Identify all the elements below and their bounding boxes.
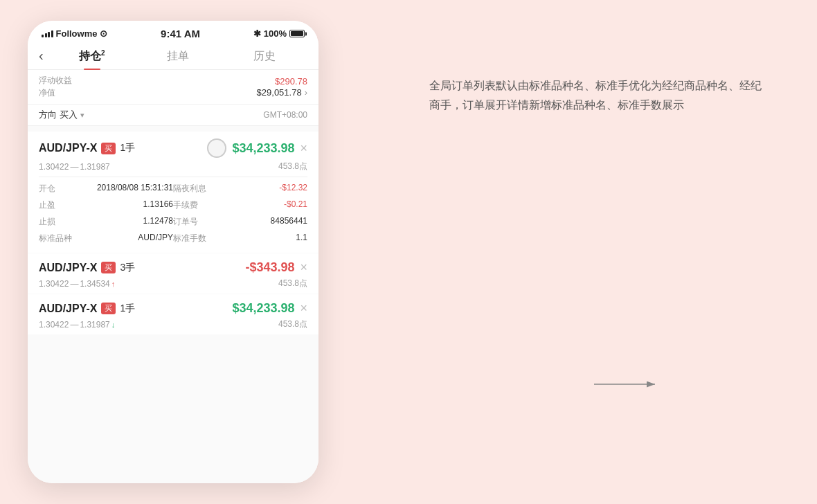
signal-icon: [42, 30, 53, 37]
direction-label: 方向: [39, 109, 57, 121]
timezone: GMT+08:00: [263, 110, 307, 120]
order-badge-3: 买: [101, 303, 116, 314]
order-badge-2: 买: [101, 262, 116, 273]
nav-tabs: ‹ 持仓2 挂单 历史: [28, 42, 318, 70]
filter-chevron-icon: ▾: [80, 111, 84, 120]
order-price-3: $34,233.98: [232, 301, 294, 316]
order-symbol-row-1: AUD/JPY-X 买 1手: [39, 142, 135, 154]
order-card-3: AUD/JPY-X 买 1手 $34,233.98 × 1.30422 — 1.…: [28, 294, 318, 334]
detail-open-time: 开仓 2018/08/08 15:31:31: [39, 181, 173, 196]
fee-value: -$0.21: [284, 199, 307, 211]
fee-label: 手续费: [173, 199, 198, 211]
stop-profit-label: 止盈: [39, 199, 55, 211]
detail-std-lots: 标准手数 1.1: [173, 231, 307, 246]
order-range-1: 1.30422 — 1.31987: [39, 161, 110, 172]
net-value: $29,051.78: [257, 87, 302, 98]
status-left: Followme ⊙: [42, 28, 107, 39]
filter-left: 方向 买入 ▾: [39, 109, 84, 121]
detail-fee: 手续费 -$0.21: [173, 198, 307, 213]
order-close-btn-2[interactable]: ×: [300, 260, 307, 275]
stop-loss-value: 1.12478: [143, 216, 173, 228]
back-button[interactable]: ‹: [39, 42, 49, 69]
std-symbol-label: 标准品种: [39, 233, 72, 244]
stop-loss-label: 止损: [39, 216, 55, 228]
stop-profit-value: 1.13166: [143, 199, 173, 211]
order-card-1: AUD/JPY-X 买 1手 $34,233.98 × 1.30422 — 1.…: [28, 132, 318, 253]
summary-bar: 浮动收益 净值 $290.78 $29,051.78 ›: [28, 70, 318, 105]
std-symbol-value: AUD/JPY: [138, 233, 173, 244]
order-sub-3: 1.30422 — 1.31987 ↓ 453.8点: [28, 318, 318, 334]
battery-percent: 100%: [264, 28, 287, 39]
overnight-label: 隔夜利息: [173, 183, 206, 195]
order-lots-2: 3手: [120, 262, 135, 274]
detail-order-no: 订单号 84856441: [173, 215, 307, 229]
carrier-name: Followme: [56, 28, 98, 39]
chevron-down-icon[interactable]: ›: [305, 87, 307, 98]
orders-list: AUD/JPY-X 买 1手 $34,233.98 × 1.30422 — 1.…: [28, 126, 318, 483]
order-card-2: AUD/JPY-X 买 3手 -$343.98 × 1.30422 — 1.34…: [28, 253, 318, 294]
range-to-3: 1.31987: [80, 320, 109, 330]
battery-icon: [289, 30, 305, 37]
order-lots-1: 1手: [120, 142, 135, 154]
detail-overnight: 隔夜利息 -$12.32: [173, 181, 307, 196]
order-sub-1: 1.30422 — 1.31987 453.8点: [28, 161, 318, 177]
order-symbol-row-3: AUD/JPY-X 买 1手: [39, 303, 135, 315]
detail-std-symbol: 标准品种 AUD/JPY: [39, 231, 173, 246]
order-range-3: 1.30422 — 1.31987 ↓: [39, 318, 115, 330]
std-lots-label: 标准手数: [173, 233, 206, 244]
order-points-3: 453.8点: [278, 318, 307, 330]
arrow-up-icon: ↑: [111, 280, 116, 288]
detail-stop-loss: 止损 1.12478: [39, 215, 173, 229]
status-time: 9:41 AM: [161, 28, 200, 39]
order-symbol-3: AUD/JPY-X: [39, 303, 97, 315]
summary-right: $290.78 $29,051.78 ›: [257, 76, 307, 98]
range-from-2: 1.30422: [39, 279, 69, 289]
order-no-label: 订单号: [173, 216, 198, 228]
float-label: 浮动收益: [39, 75, 72, 87]
direction-value[interactable]: 买入: [60, 109, 78, 121]
range-to-2: 1.34534: [80, 279, 109, 289]
tab-position[interactable]: 持仓2: [49, 42, 135, 69]
order-no-value: 84856441: [271, 216, 307, 228]
std-lots-value: 1.1: [296, 233, 307, 244]
bluetooth-icon: ✱: [253, 28, 261, 39]
order-main-2: AUD/JPY-X 买 3手 -$343.98 ×: [28, 253, 318, 278]
net-label: 净值: [39, 87, 72, 99]
order-sub-2: 1.30422 — 1.34534 ↑ 453.8点: [28, 278, 318, 294]
annotation-text: 全局订单列表默认由标准品种名、标准手优化为经纪商品种名、经纪商手，订单展开详情新…: [429, 76, 769, 115]
order-points-1: 453.8点: [278, 161, 307, 172]
range-to-1: 1.31987: [80, 162, 109, 172]
arrow-down-icon: ↓: [111, 321, 116, 329]
order-badge-1: 买: [101, 143, 116, 154]
battery-fill: [291, 31, 303, 36]
order-symbol-row-2: AUD/JPY-X 买 3手: [39, 262, 135, 274]
range-from-1: 1.30422: [39, 162, 69, 172]
position-count: 2: [101, 49, 105, 57]
tab-pending[interactable]: 挂单: [135, 42, 221, 69]
order-price-2: -$343.98: [245, 260, 294, 275]
order-detail-1: 开仓 2018/08/08 15:31:31 隔夜利息 -$12.32 止盈 1…: [28, 177, 318, 253]
main-layout: Followme ⊙ 9:41 AM ✱ 100% ‹ 持仓2 挂单 历史: [28, 21, 789, 483]
arrow-connector: [594, 374, 663, 395]
status-bar: Followme ⊙ 9:41 AM ✱ 100%: [28, 21, 318, 42]
summary-left: 浮动收益 净值: [39, 75, 72, 99]
tab-history[interactable]: 历史: [222, 42, 307, 69]
right-annotation: 全局订单列表默认由标准品种名、标准手优化为经纪商品种名、经纪商手，订单展开详情新…: [388, 21, 789, 115]
order-main-1: AUD/JPY-X 买 1手 $34,233.98 ×: [28, 132, 318, 161]
order-selector-1[interactable]: [207, 138, 226, 158]
order-close-btn-3[interactable]: ×: [300, 301, 307, 316]
float-value: $290.78: [275, 76, 307, 87]
wifi-icon: ⊙: [100, 28, 107, 39]
order-lots-3: 1手: [120, 303, 135, 315]
order-points-2: 453.8点: [278, 278, 307, 289]
status-right: ✱ 100%: [253, 28, 305, 39]
order-symbol-2: AUD/JPY-X: [39, 262, 97, 274]
overnight-value: -$12.32: [279, 183, 307, 195]
filter-bar: 方向 买入 ▾ GMT+08:00: [28, 105, 318, 126]
order-close-btn-1[interactable]: ×: [300, 141, 307, 156]
order-symbol-1: AUD/JPY-X: [39, 142, 97, 154]
range-from-3: 1.30422: [39, 320, 69, 330]
detail-stop-profit: 止盈 1.13166: [39, 198, 173, 213]
open-label: 开仓: [39, 183, 55, 195]
order-price-1: $34,233.98: [232, 141, 294, 156]
